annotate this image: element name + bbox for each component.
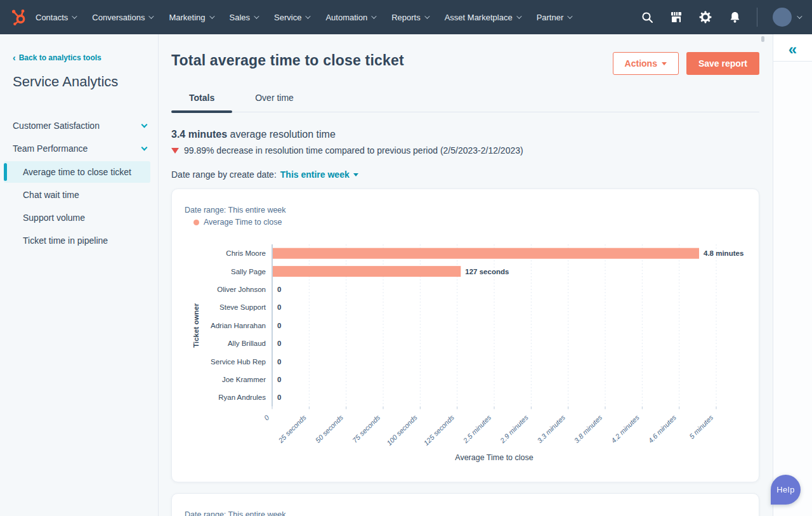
sidebar-item-support-volume[interactable]: Support volume <box>4 207 150 228</box>
nav-item-conversations[interactable]: Conversations <box>92 13 152 22</box>
chart-date-range-note: Date range: This entire week <box>185 206 746 215</box>
legend-dot-icon <box>193 220 199 225</box>
help-button[interactable]: Help <box>771 475 801 505</box>
sidebar-group-team-performance[interactable]: Team Performance <box>0 137 158 160</box>
chevron-down-icon <box>306 13 311 18</box>
actions-button[interactable]: Actions <box>613 52 679 75</box>
category-label: Ally Brillaud <box>228 340 266 347</box>
notifications-bell-icon[interactable] <box>728 10 742 24</box>
avatar[interactable] <box>773 8 792 27</box>
x-tick-label: 100 seconds <box>385 413 419 447</box>
bar-chart: 025 seconds50 seconds75 seconds100 secon… <box>185 241 746 472</box>
x-tick-label: 50 seconds <box>314 413 345 444</box>
chevron-down-icon <box>72 13 77 18</box>
category-label: Service Hub Rep <box>211 358 266 366</box>
bar-value-label: 4.8 minutes <box>704 249 743 257</box>
category-label: Oliver Johnson <box>217 286 266 293</box>
summary-headline: 3.4 minutes average resolution time <box>171 129 759 140</box>
nav-divider <box>757 8 757 27</box>
x-tick-label: 2.9 minutes <box>498 413 530 445</box>
nav-item-marketing[interactable]: Marketing <box>169 13 213 22</box>
category-label: Ryan Andrules <box>218 394 266 401</box>
page-title: Total average time to close ticket <box>171 52 404 69</box>
x-tick-label: 4.6 minutes <box>646 413 678 444</box>
chevron-down-icon <box>254 13 259 18</box>
category-label: Sally Page <box>231 268 266 275</box>
bar-value-label: 0 <box>277 394 281 401</box>
top-navigation: Contacts Conversations Marketing Sales S… <box>0 0 812 34</box>
bar-value-label: 127 seconds <box>465 268 509 275</box>
nav-item-partner[interactable]: Partner <box>537 13 572 22</box>
hubspot-logo-icon[interactable] <box>8 6 29 28</box>
summary-value: 3.4 minutes <box>171 129 227 140</box>
bar-value-label: 0 <box>277 376 281 383</box>
tab-totals[interactable]: Totals <box>180 88 223 112</box>
category-label: Steve Support <box>219 303 266 311</box>
nav-item-service[interactable]: Service <box>274 13 309 22</box>
right-panel: « <box>773 34 812 516</box>
marketplace-icon[interactable] <box>669 10 683 24</box>
y-axis-title: Ticket owner <box>192 303 200 348</box>
chevron-down-icon <box>516 13 521 18</box>
nav-item-reports[interactable]: Reports <box>391 13 428 22</box>
save-report-button[interactable]: Save report <box>686 52 759 75</box>
x-tick-label: 3.8 minutes <box>573 413 604 444</box>
right-panel-body <box>773 62 812 516</box>
date-range-selector[interactable]: This entire week <box>280 169 358 180</box>
caret-down-icon <box>353 173 358 176</box>
bar-value-label: 0 <box>277 303 281 311</box>
x-tick-label: 5 minutes <box>688 413 715 440</box>
nav-menu: Contacts Conversations Marketing Sales S… <box>36 13 571 22</box>
report-tabs: Totals Over time <box>171 88 759 112</box>
bar[interactable] <box>273 248 699 259</box>
chart-legend[interactable]: Average Time to close <box>193 218 746 227</box>
category-label: Chris Moore <box>226 249 266 257</box>
chart-date-range-note: Date range: This entire week <box>185 510 746 516</box>
account-menu[interactable] <box>773 8 801 27</box>
chart-card: Date range: This entire week Average Tim… <box>171 189 759 482</box>
sidebar-group-customer-satisfaction[interactable]: Customer Satisfaction <box>0 114 158 137</box>
chevron-down-icon <box>797 13 802 18</box>
scrollbar-thumb[interactable] <box>761 36 764 42</box>
nav-utilities <box>640 8 801 27</box>
nav-item-automation[interactable]: Automation <box>325 13 375 22</box>
chevron-left-icon: ‹ <box>13 55 16 61</box>
nav-item-sales[interactable]: Sales <box>230 13 258 22</box>
bar-value-label: 0 <box>277 322 281 329</box>
x-tick-label: 4.2 minutes <box>610 413 641 444</box>
analytics-sidebar: ‹ Back to analytics tools Service Analyt… <box>0 34 159 516</box>
category-label: Adrian Hanrahan <box>211 322 266 329</box>
sidebar-item-ticket-time-in-pipeline[interactable]: Ticket time in pipeline <box>4 230 150 251</box>
report-main-area: Total average time to close ticket Actio… <box>159 34 773 516</box>
chevron-down-icon <box>209 13 214 18</box>
chevron-down-icon <box>371 13 376 18</box>
back-to-analytics-tools-link[interactable]: ‹ Back to analytics tools <box>13 53 102 62</box>
x-tick-label: 3.3 minutes <box>535 413 566 444</box>
chevron-down-icon <box>149 13 154 18</box>
settings-gear-icon[interactable] <box>698 10 712 24</box>
chevron-down-icon <box>141 145 148 151</box>
search-icon[interactable] <box>640 10 654 24</box>
bar-value-label: 0 <box>277 286 281 293</box>
sidebar-item-average-time-to-close-ticket[interactable]: Average time to close ticket <box>4 161 150 183</box>
sidebar-item-chat-wait-time[interactable]: Chat wait time <box>4 184 150 206</box>
bar-value-label: 0 <box>277 340 281 347</box>
chevron-down-icon <box>141 122 148 128</box>
chevron-down-icon <box>567 13 572 18</box>
collapse-panel-icon[interactable]: « <box>789 43 797 56</box>
category-label: Joe Krammer <box>222 376 266 383</box>
x-tick-label: 2.5 minutes <box>461 413 493 445</box>
bar[interactable] <box>273 266 461 277</box>
chevron-down-icon <box>424 13 429 18</box>
nav-item-asset-marketplace[interactable]: Asset Marketplace <box>445 13 520 22</box>
x-tick-label: 0 <box>263 413 271 421</box>
bar-value-label: 0 <box>277 358 281 366</box>
tab-over-time[interactable]: Over time <box>246 88 303 112</box>
x-tick-label: 25 seconds <box>277 413 308 444</box>
caret-down-icon <box>662 62 667 65</box>
date-range-row: Date range by create date: This entire w… <box>171 169 759 180</box>
x-axis-title: Average Time to close <box>455 453 533 462</box>
sidebar-title: Service Analytics <box>13 74 147 90</box>
nav-item-contacts[interactable]: Contacts <box>36 13 75 22</box>
summary-delta: 99.89% decrease in resolution time compa… <box>171 145 759 155</box>
